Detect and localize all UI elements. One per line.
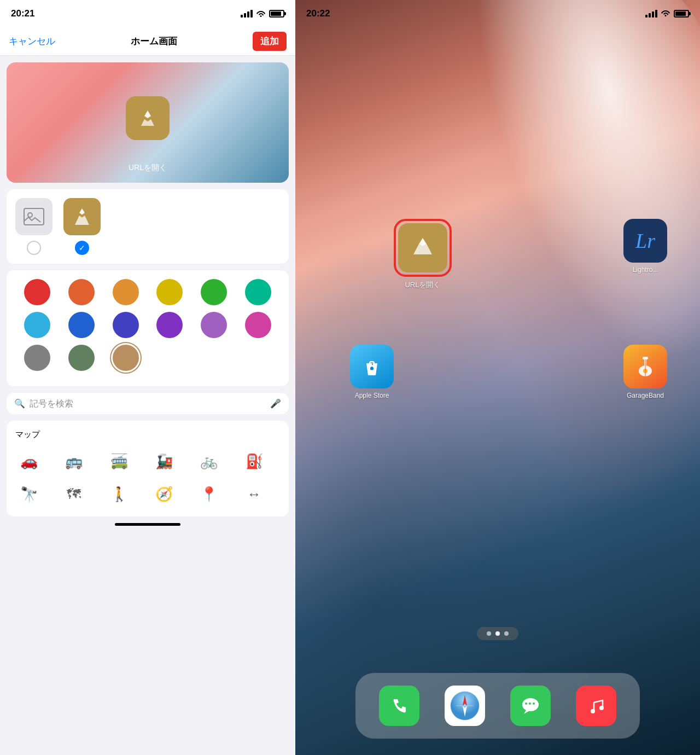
apple-store-label: Apple Store — [355, 392, 389, 399]
add-button[interactable]: 追加 — [253, 32, 287, 51]
custom-icon-box — [63, 198, 101, 235]
preview-label: URLを開く — [129, 163, 167, 173]
lightroom-icon: Lr — [623, 219, 667, 263]
dock-messages-icon[interactable] — [510, 686, 551, 726]
color-row-2 — [15, 312, 280, 338]
symbol-arrows[interactable]: ↔️ — [241, 480, 268, 508]
page-dots — [477, 627, 518, 640]
apple-store-icon — [350, 345, 394, 388]
symbol-fuel[interactable]: ⛽ — [241, 448, 268, 475]
symbol-binoculars[interactable]: 🔭 — [15, 480, 43, 508]
nav-bar: キャンセル ホーム画面 追加 — [0, 27, 295, 56]
color-red[interactable] — [24, 279, 50, 305]
svg-point-20 — [591, 709, 595, 713]
left-panel: 20:21 キャンセル ホーム画面 追加 — [0, 0, 295, 755]
symbol-bike[interactable]: 🚲 — [195, 448, 223, 475]
color-violet[interactable] — [201, 312, 227, 338]
color-tan[interactable] — [113, 345, 139, 371]
page-dot-1 — [487, 631, 491, 636]
default-icon-box — [15, 198, 52, 235]
color-indigo[interactable] — [113, 312, 139, 338]
dock-safari-icon[interactable] — [445, 686, 485, 726]
color-row-3 — [15, 345, 280, 371]
svg-rect-1 — [24, 208, 44, 225]
symbol-grid: 🚗 🚌 🚎 🚂 🚲 ⛽ 🔭 🗺 🚶 🧭 📍 ↔️ — [15, 448, 280, 508]
icon-option-custom[interactable]: ✓ — [63, 198, 101, 255]
color-amber[interactable] — [113, 279, 139, 305]
right-panel: 20:22 URLを開く — [295, 0, 700, 755]
color-row-1 — [15, 279, 280, 305]
dock-music-icon[interactable] — [576, 686, 616, 726]
svg-rect-17 — [525, 702, 527, 705]
color-yellow[interactable] — [156, 279, 183, 305]
left-content: URLを開く — [0, 56, 295, 755]
svg-rect-18 — [529, 702, 531, 705]
page-dot-2 — [495, 631, 500, 636]
symbol-trolley[interactable]: 🚎 — [106, 448, 133, 475]
symbol-bus[interactable]: 🚌 — [60, 448, 88, 475]
preview-card: URLを開く — [7, 62, 289, 183]
status-time-left: 20:21 — [11, 8, 34, 19]
search-bar[interactable]: 🔍 🎤 — [7, 393, 289, 414]
search-icon: 🔍 — [14, 398, 25, 409]
color-teal[interactable] — [245, 279, 271, 305]
dock-phone-icon[interactable] — [379, 686, 419, 726]
nav-title: ホーム画面 — [131, 35, 177, 48]
svg-rect-7 — [643, 357, 648, 359]
highlight-border — [394, 219, 452, 277]
signal-icon — [241, 10, 253, 18]
svg-point-21 — [599, 706, 604, 710]
battery-icon — [269, 10, 284, 18]
search-input[interactable] — [30, 399, 266, 409]
symbol-pin[interactable]: 📍 — [195, 480, 223, 508]
status-bar-right: 20:22 — [295, 0, 700, 27]
symbol-walk[interactable]: 🚶 — [106, 480, 133, 508]
lightroom-label: Lightro... — [633, 266, 658, 274]
color-green[interactable] — [201, 279, 227, 305]
url-opener-label-large: URLを開く — [405, 280, 440, 290]
color-pink[interactable] — [245, 312, 271, 338]
color-lightblue[interactable] — [24, 312, 50, 338]
signal-icon-right — [645, 10, 657, 18]
color-orange[interactable] — [68, 279, 95, 305]
symbol-train[interactable]: 🚂 — [150, 448, 178, 475]
wifi-icon — [256, 9, 266, 19]
scroll-indicator — [115, 523, 180, 526]
color-gray[interactable] — [24, 345, 50, 371]
highlighted-app[interactable]: URLを開く — [394, 219, 452, 290]
symbol-section: マップ 🚗 🚌 🚎 🚂 🚲 ⛽ 🔭 🗺 🚶 🧭 📍 ↔️ — [7, 421, 289, 516]
battery-icon-right — [674, 10, 689, 18]
url-opener-icon-large — [398, 223, 447, 272]
radio-custom[interactable]: ✓ — [75, 241, 89, 255]
status-time-right: 20:22 — [306, 8, 330, 19]
status-icons-left — [241, 9, 284, 19]
mic-icon[interactable]: 🎤 — [270, 398, 281, 409]
status-icons-right — [645, 9, 689, 19]
symbol-section-title: マップ — [15, 429, 280, 440]
status-bar-left: 20:21 — [0, 0, 295, 27]
garageband-app[interactable]: GarageBand — [623, 345, 667, 399]
page-dot-3 — [504, 631, 509, 636]
lightroom-app[interactable]: Lr Lightro... — [623, 219, 667, 274]
symbol-map[interactable]: 🗺 — [60, 480, 88, 508]
color-sage[interactable] — [68, 345, 95, 371]
cancel-button[interactable]: キャンセル — [9, 35, 55, 48]
garageband-icon — [623, 345, 667, 388]
preview-app-icon — [126, 96, 170, 140]
wifi-icon-right — [661, 9, 670, 19]
apple-store-app[interactable]: Apple Store — [350, 345, 394, 399]
svg-point-15 — [522, 698, 539, 711]
symbol-compass[interactable]: 🧭 — [150, 480, 178, 508]
dock — [355, 673, 640, 739]
icon-selector: ✓ — [7, 189, 289, 264]
radio-default[interactable] — [27, 241, 41, 255]
symbol-car[interactable]: 🚗 — [15, 448, 43, 475]
color-purple[interactable] — [156, 312, 183, 338]
garageband-label: GarageBand — [627, 392, 664, 399]
icon-option-default[interactable] — [15, 198, 52, 255]
color-blue[interactable] — [68, 312, 95, 338]
color-palette — [7, 270, 289, 386]
svg-rect-19 — [533, 702, 535, 705]
